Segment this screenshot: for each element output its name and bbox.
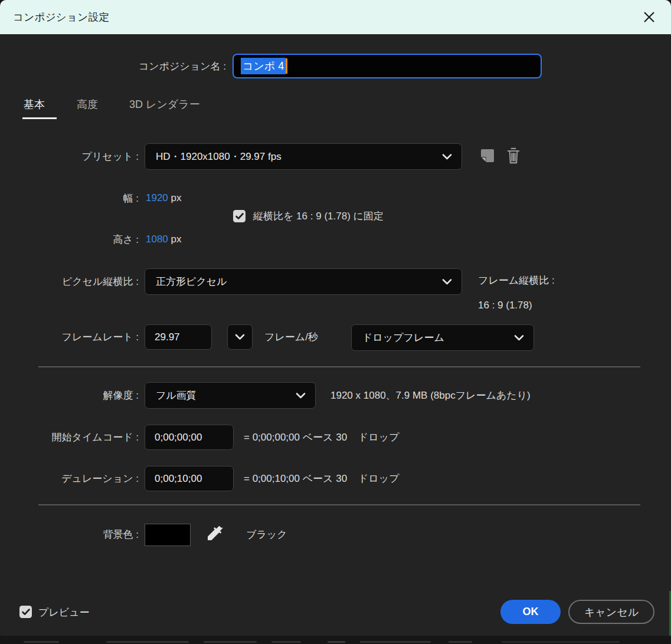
- active-tab-underline: [22, 117, 57, 119]
- lock-aspect-label[interactable]: 縦横比を 16 : 9 (1.78) に固定: [253, 208, 384, 224]
- background-color-label: 背景色 :: [0, 523, 139, 546]
- chevron-down-icon: [296, 392, 306, 399]
- timecode-style-value: ドロップフレーム: [362, 331, 444, 344]
- frames-per-second-label: フレーム/秒: [264, 324, 318, 350]
- pixel-aspect-label: ピクセル縦横比 :: [0, 268, 139, 295]
- background-color-swatch[interactable]: [145, 524, 191, 546]
- delete-preset-button[interactable]: [505, 147, 522, 165]
- height-unit: px: [168, 234, 182, 245]
- width-value[interactable]: 1920: [146, 192, 168, 204]
- tab-basic[interactable]: 基本: [24, 96, 45, 113]
- frame-rate-label: フレームレート :: [0, 324, 139, 350]
- chevron-down-icon: [442, 153, 452, 160]
- preset-label: プリセット :: [0, 143, 139, 169]
- frame-rate-preset-button[interactable]: [227, 324, 253, 350]
- composition-settings-dialog: コンポジション設定 コンポジション名 : コンポ 4 基本 高度 3D レンダラ…: [0, 0, 671, 636]
- resolution-dropdown[interactable]: フル画質: [145, 382, 316, 409]
- text-caret: [286, 58, 287, 74]
- chevron-down-icon: [235, 334, 245, 340]
- resolution-info: 1920 x 1080、7.9 MB (8bpcフレームあたり): [330, 382, 531, 409]
- height-value-row: 1080 px: [146, 231, 182, 248]
- tab-advanced[interactable]: 高度: [77, 96, 98, 113]
- duration-label: デュレーション :: [0, 466, 139, 491]
- width-label: 幅 :: [0, 190, 139, 206]
- chevron-down-icon: [514, 334, 524, 341]
- save-preset-icon: [479, 147, 496, 164]
- ok-button[interactable]: OK: [500, 600, 561, 624]
- preset-dropdown[interactable]: HD・1920x1080・29.97 fps: [145, 143, 462, 170]
- background-color-name: ブラック: [246, 523, 287, 546]
- preset-value: HD・1920x1080・29.97 fps: [156, 150, 282, 163]
- duration-info: = 0;00;10;00 ベース 30 ドロップ: [244, 466, 400, 491]
- save-preset-button[interactable]: [479, 147, 496, 164]
- dialog-title: コンポジション設定: [13, 10, 109, 24]
- chevron-down-icon: [442, 278, 452, 285]
- timecode-style-dropdown[interactable]: ドロップフレーム: [351, 324, 534, 351]
- frame-aspect-value: 16 : 9 (1.78): [478, 298, 532, 313]
- trash-icon: [505, 147, 522, 165]
- tab-3d-renderer[interactable]: 3D レンダラー: [129, 96, 200, 113]
- width-value-row: 1920 px: [146, 190, 182, 206]
- start-timecode-value: 0;00;00;00: [155, 432, 202, 443]
- frame-aspect-label: フレーム縦横比 :: [478, 272, 555, 288]
- resolution-value: フル画質: [156, 389, 197, 402]
- cancel-button[interactable]: キャンセル: [568, 600, 654, 624]
- start-timecode-label: 開始タイムコード :: [0, 425, 139, 450]
- height-value[interactable]: 1080: [146, 234, 168, 245]
- composition-name-selected-text: コンポ 4: [241, 58, 286, 74]
- pixel-aspect-dropdown[interactable]: 正方形ピクセル: [145, 268, 462, 295]
- checkmark-icon: [235, 213, 244, 220]
- pixel-aspect-value: 正方形ピクセル: [156, 275, 227, 288]
- dialog-titlebar: コンポジション設定: [0, 0, 671, 34]
- eyedropper-icon: [205, 524, 224, 543]
- preview-checkbox[interactable]: [19, 606, 32, 618]
- close-button[interactable]: [640, 8, 658, 26]
- width-unit: px: [168, 192, 182, 204]
- background-app-sliver: [0, 636, 671, 644]
- checkmark-icon: [22, 609, 30, 616]
- composition-name-label: コンポジション名 :: [0, 54, 226, 78]
- duration-input[interactable]: 0;00;10;00: [145, 466, 234, 491]
- start-timecode-input[interactable]: 0;00;00;00: [145, 425, 234, 450]
- frame-rate-input[interactable]: 29.97: [145, 324, 212, 350]
- close-icon: [643, 11, 656, 24]
- composition-name-input[interactable]: コンポ 4: [233, 54, 542, 78]
- duration-value: 0;00;10;00: [155, 473, 202, 485]
- start-timecode-info: = 0;00;00;00 ベース 30 ドロップ: [244, 425, 400, 450]
- resolution-label: 解像度 :: [0, 382, 139, 409]
- lock-aspect-checkbox[interactable]: [233, 210, 246, 222]
- frame-rate-value: 29.97: [155, 331, 180, 343]
- height-label: 高さ :: [0, 231, 139, 248]
- section-divider: [38, 504, 640, 505]
- section-divider: [38, 366, 640, 367]
- preview-label[interactable]: プレビュー: [38, 604, 90, 620]
- eyedropper-button[interactable]: [205, 524, 224, 543]
